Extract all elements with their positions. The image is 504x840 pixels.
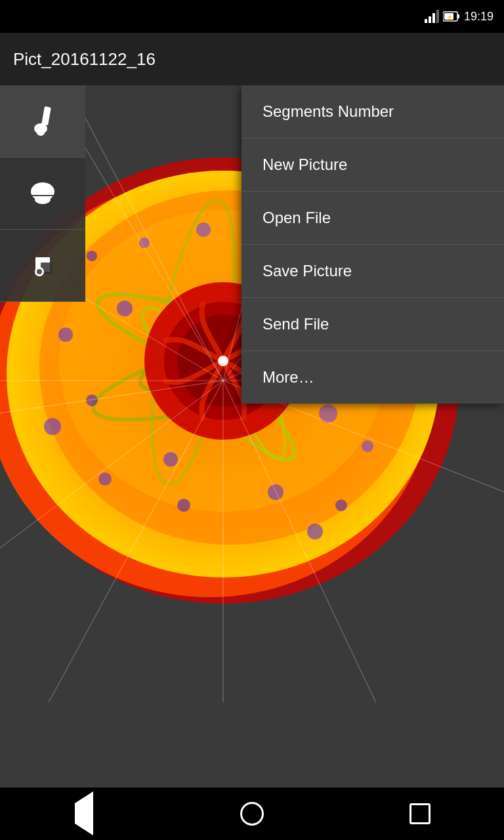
bottom-nav [0, 788, 504, 840]
svg-point-31 [58, 327, 73, 342]
svg-rect-3 [436, 10, 439, 23]
left-toolbar [0, 85, 85, 302]
svg-point-29 [177, 499, 190, 512]
signal-icon [425, 10, 439, 23]
status-icons: ⚡ 19:19 [425, 10, 494, 24]
eraser-icon [26, 177, 59, 210]
recents-icon [410, 803, 430, 824]
svg-point-36 [335, 499, 347, 511]
menu-item-new-picture[interactable]: New Picture [242, 138, 504, 192]
status-bar: ⚡ 19:19 [0, 0, 504, 33]
svg-point-30 [362, 440, 373, 452]
svg-point-45 [220, 358, 226, 364]
svg-point-33 [98, 472, 112, 486]
svg-point-24 [163, 452, 178, 467]
menu-item-open-file[interactable]: Open File [242, 192, 504, 245]
color-picker-icon [26, 249, 59, 282]
brush-icon [26, 105, 59, 138]
status-time: 19:19 [464, 10, 494, 24]
svg-rect-0 [425, 19, 427, 23]
menu-item-more[interactable]: More… [242, 351, 504, 404]
back-icon [75, 803, 93, 824]
menu-item-send-file[interactable]: Send File [242, 298, 504, 351]
main-content: Segments Number New Picture Open File Sa… [0, 85, 504, 788]
svg-point-21 [117, 301, 133, 316]
recents-button[interactable] [400, 794, 440, 833]
battery-icon: ⚡ [443, 10, 460, 22]
svg-point-40 [307, 524, 323, 539]
eraser-tool-button[interactable] [0, 158, 85, 230]
svg-rect-59 [41, 106, 51, 125]
svg-text:⚡: ⚡ [446, 14, 453, 20]
svg-rect-2 [432, 13, 435, 23]
dropdown-menu: Segments Number New Picture Open File Sa… [242, 85, 504, 404]
svg-rect-1 [429, 16, 431, 23]
svg-point-27 [139, 238, 150, 248]
home-button[interactable] [232, 794, 272, 833]
menu-item-save-picture[interactable]: Save Picture [242, 245, 504, 298]
svg-point-39 [87, 251, 97, 261]
svg-point-61 [37, 129, 45, 136]
svg-point-35 [44, 418, 61, 435]
brush-tool-button[interactable] [0, 85, 85, 158]
svg-point-63 [35, 195, 51, 204]
svg-point-26 [268, 484, 284, 500]
color-tool-button[interactable] [0, 230, 85, 302]
menu-item-segments-number[interactable]: Segments Number [242, 85, 504, 138]
back-button[interactable] [64, 794, 104, 833]
top-bar: Pict_20161122_16 [0, 33, 504, 85]
app-title: Pict_20161122_16 [13, 49, 156, 70]
svg-rect-5 [457, 14, 459, 18]
svg-point-68 [37, 269, 42, 274]
svg-point-37 [196, 222, 211, 237]
home-icon [240, 802, 264, 826]
